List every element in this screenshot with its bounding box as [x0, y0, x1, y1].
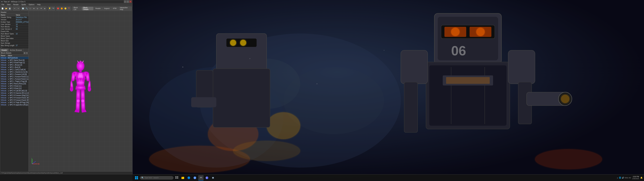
- list-item[interactable]: NiNode ↳ NPC R Forearm [Rgt] [15]: [0, 94, 28, 97]
- tool-open[interactable]: 📂: [4, 7, 8, 10]
- bd-ctrl-2[interactable]: ✕: [26, 52, 28, 54]
- tab-archive-browser[interactable]: Archive Browser: [8, 48, 24, 52]
- block-details-header: Block Details ⊕ ✕: [0, 52, 28, 54]
- header-properties-table[interactable]: Name Value T Header String Gamebryo File…: [0, 14, 28, 48]
- robot-scene: 06: [132, 0, 644, 181]
- list-item[interactable]: NiNode BSFadeNode: [0, 57, 28, 59]
- toolbar-separator-2: [20, 7, 21, 10]
- list-item[interactable]: NiNode ↳ NPC R Thigh [RThig] [18]: [0, 102, 28, 104]
- tab-inspect[interactable]: Inspect: [103, 7, 111, 10]
- tool-1[interactable]: 🔄: [21, 7, 25, 10]
- close-button[interactable]: ✕: [129, 0, 132, 3]
- minimize-button[interactable]: ─: [124, 0, 126, 3]
- bd-type: NiNode: [0, 102, 7, 104]
- tool-3[interactable]: ⬡: [29, 7, 32, 10]
- explorer-icon[interactable]: [180, 175, 186, 180]
- task-view-button[interactable]: [174, 175, 180, 180]
- svg-point-10: [77, 100, 80, 102]
- tab-header[interactable]: Header: [94, 7, 102, 10]
- tool-marker-4[interactable]: 📍: [68, 7, 71, 10]
- up-arrow-icon[interactable]: ▲: [617, 177, 618, 179]
- tool-light[interactable]: 💡: [48, 7, 51, 10]
- table-row: Max String Length 27 ui: [0, 44, 28, 47]
- list-item[interactable]: NiNode ↳ NPC L ForearmTwist2 [LLCT] [7]: [0, 76, 28, 78]
- list-item[interactable]: NiNode ↳ NPC L Breast [2]: [0, 64, 28, 66]
- clock-date: 2/26/2020: [632, 178, 639, 180]
- tab-kfm[interactable]: KFM: [111, 7, 118, 10]
- nifskope-taskbar-item[interactable]: 🎮: [198, 175, 204, 180]
- tool-marker-2[interactable]: 🟠: [60, 7, 64, 10]
- tool-save[interactable]: 💾: [8, 7, 12, 10]
- tool-2[interactable]: 🔧: [25, 7, 28, 10]
- list-item[interactable]: NiNode ↳ NPC L Thigh [LThig] [9]: [0, 80, 28, 82]
- list-item[interactable]: NiNode ↳ NPC R ForearmTwist1 [RLt1] [16]: [0, 97, 28, 99]
- menu-spells[interactable]: Spells: [21, 4, 26, 6]
- tool-4[interactable]: ⊕: [32, 7, 36, 10]
- list-item[interactable]: NiNode ↳ NPC L Clavicle [LCv] [5]: [0, 71, 28, 73]
- viewport-3d[interactable]: X Y: [29, 11, 132, 172]
- tab-interactive-help[interactable]: Interactive Help: [118, 7, 132, 10]
- list-item[interactable]: NiNode ↳ NPC R UpperArm [RUpr] [19]: [0, 104, 28, 106]
- start-button[interactable]: [134, 175, 139, 180]
- bd-col-name: Name: [0, 54, 7, 57]
- bd-ctrl-1[interactable]: ⊕: [24, 52, 26, 54]
- taskbar-search-box[interactable]: 🔍: [140, 176, 174, 180]
- notification-icon[interactable]: 🔔: [640, 177, 643, 179]
- bd-value: ↳ NPC L Calf [LCalf] [4]: [7, 68, 28, 71]
- tool-marker-3[interactable]: 🟡: [64, 7, 67, 10]
- list-item[interactable]: NiNode ↳ NPC R Calf [RCalf] [13]: [0, 90, 28, 92]
- tab-block-details[interactable]: Block Details: [82, 7, 94, 10]
- bd-type: NiNode: [0, 57, 7, 59]
- svg-rect-69: [182, 177, 183, 178]
- search-input[interactable]: [144, 177, 170, 179]
- bd-value: ↳ NPC L Butt [3]: [7, 66, 28, 68]
- header-table-body: Header String Gamebryo File Format, Vers…: [0, 16, 28, 48]
- svg-marker-1: [77, 60, 79, 63]
- tool-6[interactable]: 👁: [40, 7, 43, 10]
- taskbar-clock[interactable]: 3:06 PM 2/26/2020: [632, 176, 639, 180]
- discord-icon[interactable]: D: [204, 175, 210, 180]
- bd-type: NiNode: [0, 87, 7, 90]
- bd-value: ↳ NPC L Clavicle [LCv] [5]: [7, 71, 28, 73]
- maximize-button[interactable]: □: [126, 0, 129, 3]
- list-item[interactable]: NiNode ↳ NPC L Forearm [Lft] [6]: [0, 73, 28, 76]
- edge-icon[interactable]: [186, 175, 192, 180]
- menu-view[interactable]: View: [6, 4, 11, 6]
- svg-line-16: [32, 162, 36, 164]
- svg-rect-60: [135, 176, 136, 178]
- tool-marker-1[interactable]: 🔴: [56, 7, 60, 10]
- list-item[interactable]: NiNode ↳ NPC Game Root [0]: [0, 59, 28, 62]
- list-item[interactable]: NiNode ↳ NPC L Calf [LCalf] [4]: [0, 68, 28, 71]
- bd-type: NiNode: [0, 76, 7, 78]
- bd-type: NiNode: [0, 62, 7, 64]
- list-item[interactable]: NiNode ↳ NPC R Clavicle [RCv] [14]: [0, 92, 28, 94]
- list-item[interactable]: NiNode ↳ NPC R ForearmTwist2 [RLt2] [17]: [0, 99, 28, 102]
- menu-options[interactable]: Options: [28, 4, 35, 6]
- tool-new[interactable]: 📄: [1, 7, 4, 10]
- bd-value: ↳ NPC R Clavicle [RCv] [14]: [7, 92, 28, 94]
- list-item[interactable]: NiNode ↳ NPC L Butt [3]: [0, 66, 28, 68]
- bd-header-row: Name Value: [0, 54, 28, 57]
- bd-type: NiNode: [0, 82, 7, 85]
- list-item[interactable]: NiNode ↳ NPC R Butt [12]: [0, 87, 28, 90]
- menu-render[interactable]: Render: [12, 4, 20, 6]
- svg-rect-67: [177, 178, 178, 179]
- list-item[interactable]: NiNode ↳ NPC R Butt [11]: [0, 85, 28, 87]
- tool-undo[interactable]: ↩: [13, 7, 16, 10]
- block-details-table-container[interactable]: Name Value NiNode BSFadeNode NiNode ↳ NP…: [0, 54, 28, 172]
- tool-5[interactable]: ◎: [36, 7, 39, 10]
- chrome-icon[interactable]: [192, 175, 198, 180]
- menu-file[interactable]: File: [1, 4, 5, 6]
- tool-7[interactable]: ◈: [43, 7, 46, 10]
- steam-app-icon: [211, 176, 215, 180]
- tool-redo[interactable]: ↪: [16, 7, 20, 10]
- tool-cam[interactable]: 📷: [52, 7, 55, 10]
- tab-block-list[interactable]: Block List: [72, 7, 82, 10]
- list-item[interactable]: NiNode ↳ NPC L ForearmTwist1 [LLCT] [8]: [0, 78, 28, 80]
- tab-header-panel[interactable]: Header: [0, 48, 8, 52]
- list-item[interactable]: NiNode ↳ NPC Pelvis [Pelv] [10]: [0, 82, 28, 85]
- list-item[interactable]: NiNode ↳ NPC R ButtThigh [1]: [0, 62, 28, 64]
- steam-icon[interactable]: [210, 175, 216, 180]
- status-bar: F:\Projects\Warframe\mashes\common\Skunk…: [0, 172, 132, 174]
- menu-help[interactable]: Help: [36, 4, 41, 6]
